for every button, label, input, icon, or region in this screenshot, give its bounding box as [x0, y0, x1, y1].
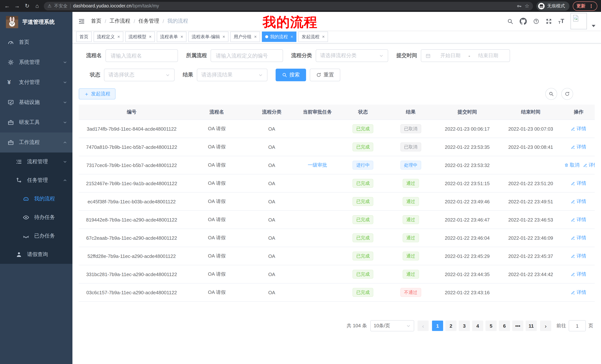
detail-link[interactable]: 详情	[571, 253, 586, 259]
next-page-button[interactable]: ›	[540, 321, 551, 331]
page-button[interactable]: 5	[485, 321, 497, 331]
back-icon[interactable]: ←	[4, 0, 10, 12]
font-size-icon[interactable]: TT	[558, 18, 564, 25]
page-button[interactable]: 2	[445, 321, 457, 331]
sidebar-item-任务管理[interactable]: 任务管理	[0, 171, 72, 190]
task-link[interactable]: 一级审批	[308, 162, 327, 168]
category-select[interactable]: 请选择流程分类	[316, 49, 388, 62]
robot-icon	[23, 196, 29, 202]
forward-icon[interactable]: →	[14, 0, 20, 12]
key-icon[interactable]	[517, 3, 522, 9]
submit-time-range[interactable]: 开始日期 - 结束日期	[421, 49, 510, 62]
sidebar-item-label: 任务管理	[27, 177, 48, 184]
search-button[interactable]: 搜索	[276, 69, 306, 81]
reset-button[interactable]: 重置	[310, 69, 340, 81]
row-actions: 详情	[571, 253, 586, 259]
page-button[interactable]: 1	[432, 321, 443, 331]
table-row: 67c2eaab-7b9a-11ec-a290-acde48001122OA 请…	[79, 229, 595, 247]
show-search-button[interactable]	[545, 88, 557, 100]
close-icon[interactable]: ×	[149, 34, 151, 39]
detail-link[interactable]: 详情	[571, 216, 586, 223]
tab-首页[interactable]: 首页	[76, 31, 92, 42]
tab-流程表单[interactable]: 流程表单×	[157, 31, 186, 42]
tab-流程表单-编辑[interactable]: 流程表单-编辑×	[188, 31, 229, 42]
jump-page-input[interactable]	[569, 320, 586, 331]
detail-link[interactable]: 详情	[571, 234, 586, 241]
sidebar-item-已办任务[interactable]: 已办任务	[0, 227, 72, 245]
sidebar-item-流程管理[interactable]: 流程管理	[0, 153, 72, 171]
page-button[interactable]: 11	[526, 321, 537, 331]
refresh-list-button[interactable]	[561, 88, 573, 100]
sidebar-item-研发工具[interactable]: 研发工具	[0, 112, 72, 133]
action-label: 详情	[577, 234, 586, 241]
update-button[interactable]: 更新 ⋮	[573, 1, 597, 10]
breadcrumb-item[interactable]: 工作流程	[110, 18, 130, 25]
process-definition-input[interactable]	[215, 52, 279, 59]
home-icon[interactable]: ⌂	[34, 0, 40, 12]
cell-id: ec45f38f-7b9a-11ec-b03b-acde48001122	[79, 199, 184, 204]
cell-category: OA	[249, 199, 294, 204]
result-select[interactable]: 请选择流结果	[197, 69, 267, 81]
pagination-ellipsis[interactable]: •••	[512, 321, 523, 331]
sidebar-item-label: 研发工具	[19, 119, 40, 126]
sidebar-item-待办任务[interactable]: 待办任务	[0, 208, 72, 227]
close-icon[interactable]: ×	[117, 34, 120, 39]
caret-down-icon[interactable]	[592, 25, 595, 27]
detail-link[interactable]: 详情	[571, 289, 586, 296]
bookmark-star-icon[interactable]: ☆	[525, 3, 529, 9]
fullscreen-icon[interactable]	[546, 18, 552, 24]
detail-link[interactable]: 详情	[583, 162, 595, 168]
reload-icon[interactable]: ↻	[24, 0, 30, 12]
sidebar-item-支付管理[interactable]: ¥支付管理	[0, 72, 72, 92]
detail-link[interactable]: 详情	[571, 271, 586, 278]
breadcrumb-item[interactable]: 任务管理	[139, 18, 159, 25]
filter-row-2: 状态 请选择状态 结果 请选择流结果 搜索	[90, 69, 595, 81]
close-icon[interactable]: ×	[180, 34, 183, 39]
close-icon[interactable]: ×	[222, 34, 225, 39]
status-badge: 已完成	[353, 288, 373, 297]
detail-link[interactable]: 详情	[571, 198, 586, 205]
cell-submit-time: 2022-01-22 23:53:35	[436, 144, 499, 150]
tab-我的流程[interactable]: 我的流程×	[262, 31, 296, 42]
close-icon[interactable]: ×	[322, 34, 325, 39]
page-button[interactable]: 3	[459, 321, 470, 331]
detail-link[interactable]: 详情	[571, 125, 586, 132]
close-icon[interactable]: ×	[290, 34, 293, 39]
app-logo[interactable]: 芋道管理系统	[0, 12, 72, 32]
sidebar-item-我的流程[interactable]: 我的流程	[0, 190, 72, 208]
app-title: 芋道管理系统	[22, 19, 55, 26]
page-button[interactable]: 4	[472, 321, 483, 331]
detail-link[interactable]: 详情	[571, 180, 586, 187]
monitor-icon	[7, 99, 14, 106]
page-button[interactable]: 6	[499, 321, 510, 331]
github-icon[interactable]	[520, 18, 527, 25]
tab-用户分组[interactable]: 用户分组×	[230, 31, 260, 42]
tab-发起流程[interactable]: 发起流程×	[298, 31, 328, 42]
avatar[interactable]	[571, 13, 587, 29]
cell-id: 331bc281-7b9a-11ec-a290-acde48001122	[79, 271, 184, 277]
close-icon[interactable]: ×	[254, 34, 257, 39]
cell-category: OA	[249, 253, 294, 259]
address-bar[interactable]: ⚠ 不安全 dashboard.yudao.iocoder.cn/bpm/tas…	[44, 2, 533, 10]
pen-icon	[571, 254, 576, 258]
sidebar-item-系统管理[interactable]: 系统管理	[0, 52, 72, 72]
sidebar-item-工作流程[interactable]: 工作流程	[0, 133, 72, 153]
create-process-button[interactable]: ＋ 发起流程	[79, 88, 116, 99]
prev-page-button[interactable]: ‹	[418, 321, 429, 331]
tab-流程模型[interactable]: 流程模型×	[125, 31, 155, 42]
sidebar-toggle-icon[interactable]	[78, 18, 85, 25]
browser-menu-icon[interactable]: ⋮	[589, 3, 594, 9]
search-icon[interactable]	[507, 18, 513, 24]
process-name-input[interactable]	[110, 52, 173, 59]
status-select[interactable]: 请选择状态	[104, 69, 175, 81]
cell-end-time: 2022-01-22 23:46:09	[499, 235, 562, 241]
cancel-link[interactable]: 取消	[564, 162, 580, 168]
page-size-select[interactable]: 10条/页	[370, 320, 414, 331]
tab-流程定义[interactable]: 流程定义×	[94, 31, 123, 42]
help-icon[interactable]	[533, 18, 539, 24]
breadcrumb-item[interactable]: 首页	[91, 18, 101, 25]
sidebar-item-请假查询[interactable]: 请假查询	[0, 245, 72, 264]
detail-link[interactable]: 详情	[571, 144, 586, 150]
sidebar-item-首页[interactable]: 首页	[0, 32, 72, 52]
sidebar-item-基础设施[interactable]: 基础设施	[0, 92, 72, 112]
